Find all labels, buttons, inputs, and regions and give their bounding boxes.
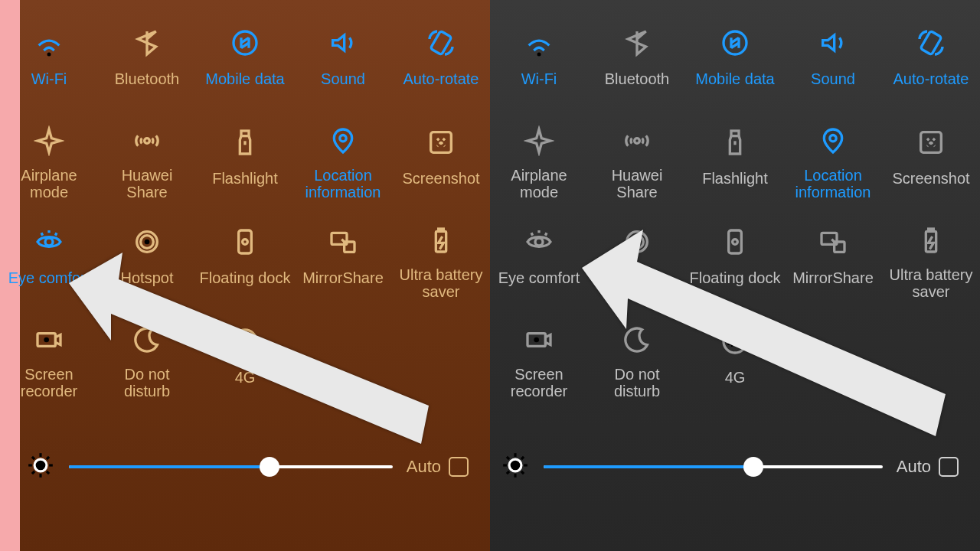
screenshot-icon: [424, 126, 458, 159]
airplane-icon: [32, 126, 66, 156]
toggle-floatdock[interactable]: Floating dock: [196, 199, 294, 298]
toggle-label: Location information: [296, 167, 390, 201]
toggle-label: 4G: [725, 369, 746, 386]
battery-saver-icon: [424, 225, 458, 256]
toggle-ultrabattery[interactable]: Ultra battery saver: [392, 199, 490, 298]
toggle-label: Location information: [786, 167, 880, 201]
toggle-label: Flashlight: [702, 170, 768, 187]
toggle-autorotate[interactable]: Auto-rotate: [882, 0, 980, 99]
screen-recorder-icon: [32, 324, 66, 355]
toggle-label: Wi-Fi: [31, 70, 67, 87]
brightness-bar: Auto: [0, 444, 490, 490]
location-icon: [326, 126, 360, 156]
toggle-screenshot[interactable]: Screenshot: [882, 99, 980, 199]
do-not-disturb-icon: [620, 324, 654, 355]
bluetooth-icon: [620, 26, 654, 60]
mobile-data-icon: [718, 26, 752, 60]
toggle-label: Mobile data: [695, 70, 774, 87]
do-not-disturb-icon: [130, 324, 164, 355]
toggle-label: Ultra battery saver: [884, 266, 978, 300]
brightness-bar: Auto: [490, 444, 980, 490]
toggle-sound[interactable]: Sound: [294, 0, 392, 99]
toggle-mobiledata[interactable]: Mobile data: [686, 0, 784, 99]
mirror-share-icon: [326, 225, 360, 259]
brightness-slider[interactable]: [544, 465, 883, 468]
toggle-label: Flashlight: [212, 170, 278, 187]
toggle-label: 4G: [235, 369, 256, 386]
toggle-label: Mobile data: [205, 70, 284, 87]
wifi-icon: [32, 26, 66, 60]
bluetooth-icon: [130, 26, 164, 60]
screen-recorder-icon: [522, 324, 556, 355]
toggle-label: Do not disturb: [100, 366, 194, 399]
auto-brightness-checkbox[interactable]: [939, 457, 959, 477]
mobile-data-icon: [228, 26, 262, 60]
toggle-airplane[interactable]: Airplane mode: [0, 99, 98, 199]
toggle-label: Floating dock: [690, 269, 781, 286]
mirror-share-icon: [816, 225, 850, 259]
toggle-sound[interactable]: Sound: [784, 0, 882, 99]
toggle-label: Eye comfort: [8, 269, 90, 286]
toggle-label: Sound: [811, 70, 855, 87]
toggle-airplane[interactable]: Airplane mode: [490, 99, 588, 199]
toggle-location[interactable]: Location information: [294, 99, 392, 199]
toggle-screenshot[interactable]: Screenshot: [392, 99, 490, 199]
wifi-icon: [522, 26, 556, 60]
eye-comfort-icon: [522, 225, 556, 259]
toggle-mirrorshare[interactable]: MirrorShare: [784, 199, 882, 298]
quick-settings-panel-dark: Wi-FiBluetoothMobile dataSoundAuto-rotat…: [490, 0, 980, 551]
toggle-label: Auto-rotate: [403, 70, 479, 87]
toggle-label: Bluetooth: [605, 70, 670, 87]
toggle-label: Screenshot: [402, 170, 479, 187]
toggle-4g[interactable]: 4G: [196, 298, 294, 398]
huawei-share-icon: [620, 126, 654, 156]
toggle-wifi[interactable]: Wi-Fi: [490, 0, 588, 99]
toggle-bluetooth[interactable]: Bluetooth: [98, 0, 196, 99]
toggle-location[interactable]: Location information: [784, 99, 882, 199]
auto-rotate-icon: [424, 26, 458, 60]
four-g-icon: [718, 324, 752, 358]
toggle-label: Airplane mode: [492, 167, 586, 201]
toggle-hotspot[interactable]: Hotspot: [588, 199, 686, 298]
toggle-screenrec[interactable]: Screen recorder: [490, 298, 588, 398]
toggle-dnd[interactable]: Do not disturb: [98, 298, 196, 398]
toggle-label: Huawei Share: [590, 167, 684, 201]
toggle-hotspot[interactable]: Hotspot: [98, 199, 196, 298]
sound-icon: [326, 26, 360, 60]
toggle-mirrorshare[interactable]: MirrorShare: [294, 199, 392, 298]
toggle-label: Eye comfort: [498, 269, 580, 286]
toggle-wifi[interactable]: Wi-Fi: [0, 0, 98, 99]
toggle-label: Auto-rotate: [893, 70, 969, 87]
toggle-screenrec[interactable]: Screen recorder: [0, 298, 98, 398]
toggle-label: Ultra battery saver: [394, 266, 488, 300]
battery-saver-icon: [914, 225, 948, 256]
toggle-4g[interactable]: 4G: [686, 298, 784, 398]
toggle-eyecomfort[interactable]: Eye comfort: [0, 199, 98, 298]
toggle-eyecomfort[interactable]: Eye comfort: [490, 199, 588, 298]
hotspot-icon: [620, 225, 654, 259]
toggle-flashlight[interactable]: Flashlight: [196, 99, 294, 199]
flashlight-icon: [228, 126, 262, 159]
toggle-dnd[interactable]: Do not disturb: [588, 298, 686, 398]
toggle-autorotate[interactable]: Auto-rotate: [392, 0, 490, 99]
quick-settings-panel-warm: Wi-FiBluetoothMobile dataSoundAuto-rotat…: [0, 0, 490, 551]
brightness-icon: [26, 451, 55, 483]
brightness-slider[interactable]: [69, 465, 393, 468]
toggle-label: Screen recorder: [2, 366, 96, 399]
toggle-bluetooth[interactable]: Bluetooth: [588, 0, 686, 99]
toggle-ultrabattery[interactable]: Ultra battery saver: [882, 199, 980, 298]
toggle-floatdock[interactable]: Floating dock: [686, 199, 784, 298]
sound-icon: [816, 26, 850, 60]
location-icon: [816, 126, 850, 156]
toggle-label: Wi-Fi: [521, 70, 557, 87]
toggle-mobiledata[interactable]: Mobile data: [196, 0, 294, 99]
toggle-label: MirrorShare: [302, 269, 384, 286]
auto-brightness-checkbox[interactable]: [449, 457, 469, 477]
eye-comfort-icon: [32, 225, 66, 259]
toggle-huaweishare[interactable]: Huawei Share: [588, 99, 686, 199]
toggle-huaweishare[interactable]: Huawei Share: [98, 99, 196, 199]
toggle-label: Airplane mode: [2, 167, 96, 201]
floating-dock-icon: [228, 225, 262, 259]
toggle-flashlight[interactable]: Flashlight: [686, 99, 784, 199]
toggle-label: Screenshot: [892, 170, 969, 187]
